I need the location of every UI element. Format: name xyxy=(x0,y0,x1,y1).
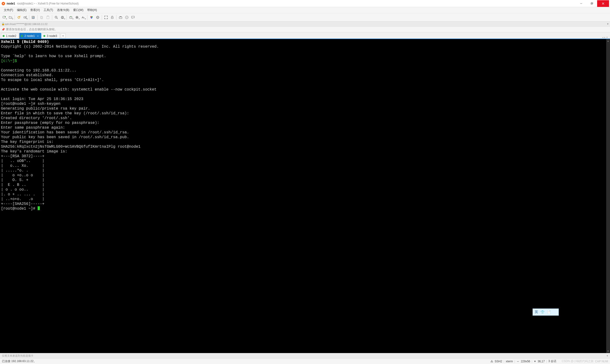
watermark: CSDN @小蜗的代码之旅 xyxy=(562,359,594,363)
svg-rect-2 xyxy=(591,3,592,4)
hints-bar: 📌 要添加当前会话，点击左侧的箭头按钮。 xyxy=(0,27,610,32)
send-input-bar[interactable]: 仅将文本发送到当前选项卡 ▾ xyxy=(0,353,610,358)
find-button[interactable] xyxy=(53,14,59,20)
fullscreen-button[interactable] xyxy=(103,14,109,20)
open-session-button[interactable] xyxy=(8,14,13,20)
toolbar-separator xyxy=(66,15,67,20)
scroll-track[interactable] xyxy=(606,43,610,349)
tab-close-icon[interactable]: × xyxy=(37,35,39,37)
svg-rect-21 xyxy=(62,16,63,17)
toolbar-separator xyxy=(52,15,52,20)
paste-button[interactable] xyxy=(45,14,51,20)
toolbar-separator xyxy=(14,15,15,20)
status-capnum: CAP NUM xyxy=(595,360,608,363)
session-manager-button[interactable] xyxy=(95,14,101,20)
lock-icon: 🔒 xyxy=(1,22,4,26)
maximize-button[interactable] xyxy=(586,0,597,7)
address-dropdown-icon[interactable]: ▾ xyxy=(607,22,609,26)
svg-rect-36 xyxy=(111,17,113,19)
menu-edit[interactable]: 编辑(E) xyxy=(15,7,28,13)
tab-label: node1 xyxy=(27,34,35,38)
chat-button[interactable] xyxy=(130,14,136,20)
ime-lang[interactable]: 英 xyxy=(535,310,538,314)
send-dropdown-icon[interactable]: ▾ xyxy=(607,354,608,357)
status-cursor: 36,17 xyxy=(538,360,545,363)
language-button[interactable] xyxy=(74,14,80,20)
copy-button[interactable] xyxy=(39,14,45,20)
tab-label: node3 xyxy=(49,34,57,38)
status-bar: 已连接 192.168.63.11:22。 🖧 SSH2 | xterm | ↔… xyxy=(0,358,610,364)
svg-point-9 xyxy=(18,16,20,18)
svg-rect-38 xyxy=(120,16,121,17)
address-bar[interactable]: 🔒 ssh://root:********@192.168.63.11:22 ▾ xyxy=(0,21,610,27)
svg-line-10 xyxy=(20,16,20,17)
send-placeholder: 仅将文本发送到当前选项卡 xyxy=(2,354,33,358)
menu-file[interactable]: 文件(F) xyxy=(2,7,15,13)
pin-icon[interactable]: 📌 xyxy=(1,28,5,31)
lock-button[interactable] xyxy=(109,14,115,20)
svg-rect-16 xyxy=(47,16,49,19)
ime-panel[interactable]: 英 👕 📄 xyxy=(532,309,559,316)
ssh-icon: 🖧 xyxy=(490,360,493,363)
size-icon: ↔ xyxy=(517,360,519,363)
terminal-area: Xshell 5 (Build 0469) Copyright (c) 2002… xyxy=(0,39,610,353)
svg-rect-14 xyxy=(40,16,42,18)
terminal-scrollbar[interactable]: ▲ ▼ xyxy=(606,39,610,353)
status-dot-icon xyxy=(43,35,45,37)
svg-line-19 xyxy=(57,18,58,19)
ime-note-icon[interactable]: 📄 xyxy=(547,310,551,314)
help-button[interactable]: ? xyxy=(124,14,130,20)
app-icon xyxy=(1,2,5,5)
address-text: ssh://root:********@192.168.63.11:22 xyxy=(5,23,47,26)
tab-index: 2 xyxy=(24,34,26,38)
svg-rect-3 xyxy=(591,2,593,4)
tab-menu-icon[interactable]: ▾ xyxy=(606,36,608,39)
new-session-button[interactable] xyxy=(1,14,7,20)
title-rest: root@node1:~ - Xshell 5 (Free for Home/S… xyxy=(17,2,79,5)
next-tab-icon[interactable]: ▸ xyxy=(604,36,606,39)
svg-text:A: A xyxy=(83,17,85,19)
menu-tabs[interactable]: 选项卡(B) xyxy=(55,7,71,13)
status-dot-icon xyxy=(3,35,4,37)
ime-shirt-icon[interactable]: 👕 xyxy=(540,310,545,314)
properties-button[interactable] xyxy=(30,14,36,20)
toolbox-button[interactable] xyxy=(118,14,123,20)
svg-rect-11 xyxy=(24,17,25,18)
title-session: node1 xyxy=(7,2,15,5)
font-button[interactable]: AA xyxy=(80,14,86,20)
tab-label: node2 xyxy=(8,34,16,38)
status-term: xterm xyxy=(506,360,513,363)
scroll-down-icon[interactable]: ▼ xyxy=(606,349,610,353)
tab-node1[interactable]: 2 node1 × xyxy=(19,33,41,39)
cursor-icon: ✶ xyxy=(534,360,536,363)
menu-window[interactable]: 窗口(W) xyxy=(71,7,85,13)
add-tab-button[interactable]: + xyxy=(61,33,65,38)
print-button[interactable] xyxy=(60,14,65,20)
tab-node2[interactable]: 1 node2 xyxy=(1,33,19,39)
status-connected: 已连接 192.168.63.11:22。 xyxy=(2,359,37,363)
title-bar: node1 root@node1:~ - Xshell 5 (Free for … xyxy=(0,0,610,7)
toolbar: AA ? xyxy=(0,13,610,21)
status-size: 229x56 xyxy=(521,360,530,363)
tab-node3[interactable]: 3 node3 xyxy=(42,33,60,39)
minimize-button[interactable] xyxy=(576,0,586,7)
svg-text:?: ? xyxy=(126,16,128,19)
terminal-cursor xyxy=(38,206,40,210)
status-dot-icon xyxy=(21,35,23,37)
status-sessions: 3 会话 xyxy=(548,359,556,363)
tab-index: 1 xyxy=(6,34,8,38)
close-button[interactable] xyxy=(597,0,609,7)
menu-bar: 文件(F) 编辑(E) 查看(V) 工具(T) 选项卡(B) 窗口(W) 帮助(… xyxy=(0,7,610,13)
prev-tab-icon[interactable]: ◂ xyxy=(602,36,603,39)
menu-help[interactable]: 帮助(H) xyxy=(85,7,99,13)
scroll-up-icon[interactable]: ▲ xyxy=(606,39,610,43)
color-scheme-button[interactable] xyxy=(89,14,94,20)
menu-tools[interactable]: 工具(T) xyxy=(42,7,55,13)
reconnect-button[interactable] xyxy=(16,14,22,20)
transfer-button[interactable] xyxy=(68,14,74,20)
tab-index: 3 xyxy=(47,34,48,38)
svg-point-29 xyxy=(91,17,92,19)
terminal[interactable]: Xshell 5 (Build 0469) Copyright (c) 2002… xyxy=(0,39,606,353)
disconnect-button[interactable] xyxy=(22,14,28,20)
menu-view[interactable]: 查看(V) xyxy=(28,7,42,13)
